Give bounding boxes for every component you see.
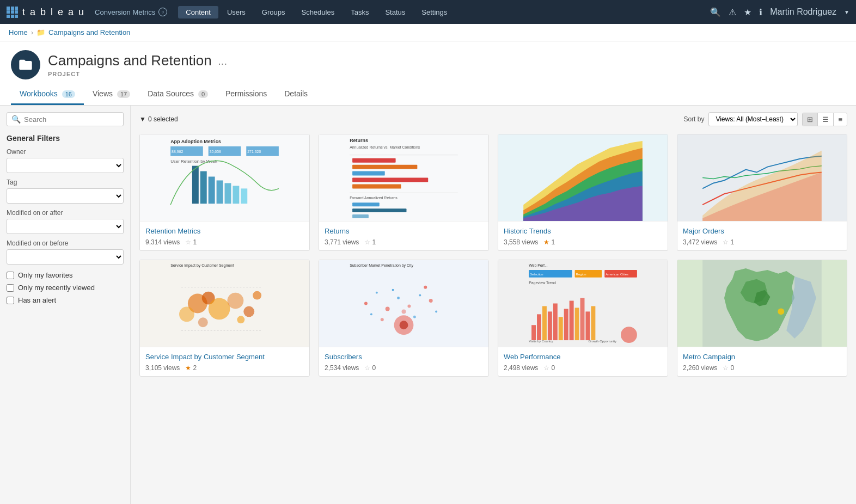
- card-star[interactable]: ☆0: [723, 364, 734, 372]
- workbook-info-icon[interactable]: ○: [158, 8, 167, 16]
- nav-schedules[interactable]: Schedules: [294, 6, 342, 19]
- svg-rect-77: [559, 317, 563, 340]
- favorites-icon[interactable]: ★: [744, 7, 751, 17]
- current-workbook[interactable]: Conversion Metrics ○: [95, 8, 167, 16]
- search-box[interactable]: 🔍: [7, 112, 124, 126]
- card-thumbnail: Subscriber Market Penetration by City: [319, 260, 488, 347]
- filter-has-alert[interactable]: Has an alert: [7, 296, 124, 304]
- workbook-card[interactable]: Historic Trends 3,558 views ★1: [498, 134, 668, 251]
- svg-text:Web Perf...: Web Perf...: [529, 263, 548, 267]
- project-icon: [11, 50, 40, 79]
- card-star[interactable]: ☆1: [185, 238, 197, 246]
- card-meta: 3,105 views ★2: [145, 364, 304, 372]
- search-icon: 🔍: [11, 115, 21, 124]
- svg-text:35,658: 35,658: [210, 150, 221, 153]
- star-count: 0: [372, 364, 376, 372]
- page-header: Campaigns and Retention ··· PROJECT Work…: [0, 41, 856, 106]
- user-chevron-icon[interactable]: ▼: [844, 9, 849, 15]
- svg-point-55: [381, 318, 384, 321]
- alert-icon[interactable]: ⚠: [729, 7, 736, 17]
- sort-select[interactable]: Views: All (Most–Least) Views: All (Leas…: [708, 112, 798, 126]
- card-star[interactable]: ☆1: [723, 238, 734, 246]
- svg-rect-81: [580, 298, 585, 340]
- tab-workbooks[interactable]: Workbooks 16: [11, 84, 84, 105]
- recently-viewed-checkbox[interactable]: [7, 284, 14, 292]
- search-input[interactable]: [24, 115, 119, 124]
- user-menu[interactable]: Martin Rodriguez: [770, 7, 836, 17]
- svg-point-50: [397, 297, 400, 299]
- card-info: Retention Metrics 9,314 views ☆1: [140, 222, 309, 250]
- card-views: 3,472 views: [683, 238, 717, 246]
- breadcrumb-sep: ›: [31, 28, 33, 36]
- project-menu-dots[interactable]: ···: [218, 57, 227, 69]
- svg-point-86: [621, 327, 637, 343]
- svg-text:American Cities: American Cities: [606, 273, 628, 276]
- select-dropdown[interactable]: ▼ 0 selected: [139, 115, 178, 123]
- tableau-logo[interactable]: t a b l e a u: [7, 7, 85, 18]
- star-count: 1: [551, 238, 555, 246]
- card-meta: 2,498 views ☆0: [504, 364, 662, 372]
- workbook-card[interactable]: Subscriber Market Penetration by City: [319, 260, 489, 377]
- nav-groups[interactable]: Groups: [254, 6, 293, 19]
- svg-text:271,320: 271,320: [247, 150, 261, 153]
- nav-tasks[interactable]: Tasks: [343, 6, 376, 19]
- card-views: 3,558 views: [504, 238, 538, 246]
- filters-title: General Filters: [7, 134, 124, 143]
- card-meta: 3,558 views ★1: [504, 238, 662, 246]
- tag-select[interactable]: [7, 188, 124, 204]
- dropdown-arrow: ▼: [139, 115, 146, 123]
- filter-recently-viewed[interactable]: Only my recently viewed: [7, 284, 124, 292]
- svg-point-48: [376, 292, 378, 294]
- card-star[interactable]: ☆1: [364, 238, 376, 246]
- svg-point-47: [364, 302, 368, 305]
- workbook-card[interactable]: Major Orders 3,472 views ☆1: [677, 134, 847, 251]
- svg-point-36: [209, 298, 230, 319]
- svg-point-49: [386, 306, 390, 311]
- search-icon[interactable]: 🔍: [710, 7, 721, 17]
- workbook-card[interactable]: Returns Annualized Returns vs. Market Co…: [319, 134, 489, 251]
- workbook-card[interactable]: Web Perf... Selection Region American Ci…: [498, 260, 668, 377]
- nav-content[interactable]: Content: [178, 6, 218, 19]
- svg-point-52: [419, 294, 421, 296]
- card-star[interactable]: ☆0: [364, 364, 376, 372]
- tab-views[interactable]: Views 17: [84, 84, 139, 105]
- info-icon[interactable]: ℹ: [759, 7, 762, 17]
- owner-label: Owner: [7, 148, 124, 156]
- list-view-button[interactable]: ☰: [818, 113, 834, 126]
- alert-checkbox[interactable]: [7, 297, 14, 304]
- card-thumbnail: [677, 260, 847, 347]
- workbook-card[interactable]: Metro Campaign 2,260 views ☆0: [677, 260, 847, 377]
- workbook-card[interactable]: Service Impact by Customer Segment: [139, 260, 310, 377]
- svg-text:Pageview Trend: Pageview Trend: [529, 281, 556, 285]
- nav-status[interactable]: Status: [377, 6, 413, 19]
- breadcrumb-home[interactable]: Home: [9, 28, 28, 36]
- breadcrumb-project[interactable]: Campaigns and Retention: [48, 28, 130, 36]
- star-count: 0: [730, 364, 734, 372]
- favorites-checkbox[interactable]: [7, 272, 14, 279]
- modified-after-select[interactable]: [7, 219, 124, 234]
- tab-datasources[interactable]: Data Sources 0: [139, 84, 217, 105]
- nav-settings[interactable]: Settings: [414, 6, 455, 19]
- modified-before-select[interactable]: [7, 249, 124, 265]
- workbook-card[interactable]: App Adoption Metrics 88,962 35,658 271,3…: [139, 134, 310, 251]
- breadcrumb: Home › 📁 Campaigns and Retention: [0, 24, 856, 41]
- sidebar: 🔍 General Filters Owner Tag Modified on …: [0, 106, 131, 504]
- filter-only-favorites[interactable]: Only my favorites: [7, 271, 124, 279]
- grid-view-button[interactable]: ⊞: [803, 113, 818, 126]
- star-icon: ☆: [543, 364, 549, 372]
- owner-select[interactable]: [7, 158, 124, 173]
- svg-rect-28: [352, 208, 406, 212]
- nav-users[interactable]: Users: [219, 6, 253, 19]
- svg-text:Annualized Returns vs. Market : Annualized Returns vs. Market Conditions: [350, 145, 420, 149]
- svg-point-88: [778, 308, 784, 315]
- tab-details[interactable]: Details: [276, 84, 316, 105]
- card-thumbnail: [498, 134, 668, 222]
- favorites-label: Only my favorites: [18, 271, 72, 279]
- card-star[interactable]: ☆0: [543, 364, 555, 372]
- card-star[interactable]: ★1: [543, 238, 555, 246]
- svg-text:Region: Region: [576, 273, 586, 276]
- star-count: 1: [193, 238, 197, 246]
- card-star[interactable]: ★2: [185, 364, 197, 372]
- detail-view-button[interactable]: ≡: [834, 113, 847, 126]
- tab-permissions[interactable]: Permissions: [217, 84, 276, 105]
